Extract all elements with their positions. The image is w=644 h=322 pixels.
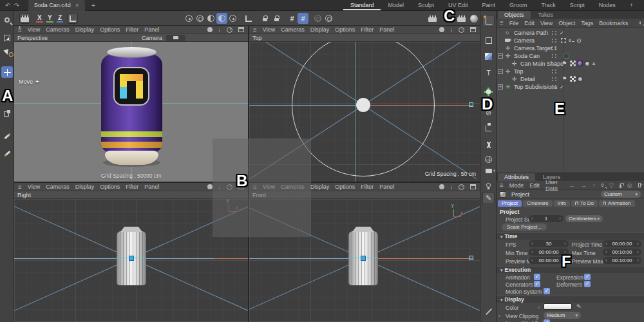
- menu-view[interactable]: View: [540, 20, 553, 26]
- axis-lock-icon[interactable]: [482, 122, 495, 135]
- expression-checkbox[interactable]: ✓: [584, 274, 591, 280]
- maximize-icon[interactable]: [470, 27, 476, 32]
- menu-panel[interactable]: Panel: [144, 26, 159, 33]
- tab-nodes[interactable]: Nodes: [592, 0, 623, 10]
- render-settings-icon[interactable]: [456, 13, 467, 24]
- can-wireframe[interactable]: [117, 231, 146, 285]
- project-scale-field[interactable]: ‹1›: [529, 215, 564, 222]
- zoom-tool-icon[interactable]: [1, 14, 13, 26]
- menu-view[interactable]: View: [28, 184, 40, 190]
- section-display[interactable]: ▾Display: [497, 296, 644, 303]
- shading-icon[interactable]: [439, 184, 444, 189]
- expand-arrow-icon[interactable]: ›: [538, 305, 540, 310]
- color-swatch[interactable]: [544, 303, 572, 310]
- can-top-profile[interactable]: [356, 98, 370, 112]
- uv-tag-icon[interactable]: [570, 61, 576, 66]
- subtab-animation[interactable]: Animation: [599, 200, 635, 207]
- shading-icon[interactable]: [439, 27, 444, 32]
- shading-icon[interactable]: [207, 27, 213, 32]
- selection-handle[interactable]: [469, 102, 473, 107]
- menu-edit[interactable]: Edit: [529, 182, 540, 189]
- search-icon[interactable]: [601, 184, 603, 187]
- subtab-info[interactable]: Info: [554, 200, 570, 207]
- menu-panel[interactable]: Panel: [379, 184, 394, 190]
- menu-panel[interactable]: Panel: [144, 184, 159, 190]
- subtab-todo[interactable]: To Do: [571, 200, 598, 207]
- fps-field[interactable]: ‹30›: [529, 240, 569, 247]
- enabled-check-icon[interactable]: ✓: [560, 84, 564, 90]
- tab-attributes[interactable]: Attributes: [498, 173, 535, 181]
- pencil-edit-icon[interactable]: ✎: [482, 192, 495, 204]
- motext-icon[interactable]: T: [482, 66, 495, 79]
- target-tag-icon[interactable]: ⊙: [576, 37, 582, 44]
- motion-system-checkbox[interactable]: ✓: [544, 288, 550, 294]
- menu-display[interactable]: Display: [310, 184, 330, 190]
- camera-object-icon[interactable]: [482, 165, 495, 177]
- material-tag-icon[interactable]: [577, 61, 583, 66]
- key-icon[interactable]: [569, 39, 571, 42]
- menu-view[interactable]: View: [263, 26, 275, 33]
- texture-tag-icon[interactable]: [584, 61, 590, 66]
- flag-tag-icon[interactable]: ⚑: [562, 61, 568, 66]
- selection-center[interactable]: [129, 256, 134, 261]
- tree-row-camera-target[interactable]: ✛ Camera.Target.1: [497, 44, 644, 52]
- close-icon[interactable]: ×: [75, 2, 79, 9]
- scale-project-button[interactable]: Scale Project...: [502, 223, 547, 231]
- back-icon[interactable]: ←: [569, 182, 575, 189]
- collapse-icon[interactable]: −: [498, 53, 503, 59]
- search-icon[interactable]: [639, 21, 641, 24]
- snap-enable-icon[interactable]: [216, 13, 227, 24]
- view-clipping-dropdown[interactable]: Medium▾: [544, 312, 581, 319]
- pan-icon[interactable]: ↓: [450, 184, 453, 190]
- clock-icon[interactable]: [459, 27, 464, 33]
- pan-icon[interactable]: ↓: [450, 26, 453, 33]
- menu-object[interactable]: Object: [558, 20, 575, 26]
- target-icon[interactable]: ◎: [627, 182, 632, 189]
- selection-tool-icon[interactable]: [1, 48, 13, 59]
- can-wireframe[interactable]: [348, 231, 378, 285]
- clock-icon[interactable]: [227, 27, 232, 33]
- project-time-field[interactable]: ‹00:00:00›: [603, 240, 641, 247]
- menu-display[interactable]: Display: [75, 184, 95, 190]
- maximize-icon[interactable]: [470, 184, 476, 189]
- snap-radius-icon[interactable]: [312, 13, 323, 24]
- tree-row-detail[interactable]: ✛ Detail ⚑: [497, 75, 644, 83]
- tree-row-top-subdivisions[interactable]: + ✳ Top Subdivisions ✓: [497, 83, 644, 91]
- environment-icon[interactable]: [482, 153, 495, 166]
- tree-row-soda-can[interactable]: − ✛ Soda Can: [497, 52, 644, 60]
- tab-objects[interactable]: Objects: [498, 11, 531, 19]
- lock-workplane-icon[interactable]: [260, 13, 270, 24]
- animation-checkbox[interactable]: ✓: [534, 274, 540, 280]
- preview-max-field[interactable]: ‹00:10:00›: [603, 257, 641, 264]
- cube-primitive-icon[interactable]: [482, 50, 495, 62]
- tree-row-camera[interactable]: Camera ⊙: [497, 37, 644, 44]
- soda-can-model[interactable]: [101, 44, 162, 166]
- phong-tag-icon[interactable]: ▲: [591, 61, 597, 66]
- menu-options[interactable]: Options: [335, 184, 355, 190]
- live-selection-icon[interactable]: [1, 32, 13, 44]
- menu-view[interactable]: View: [28, 26, 40, 33]
- lock-icon[interactable]: [620, 185, 621, 188]
- tree-row-camera-path[interactable]: ○ Camera Path ✓: [497, 29, 644, 37]
- snap-ring-icon[interactable]: [194, 13, 205, 24]
- expand-arrow-icon[interactable]: ›: [498, 313, 500, 319]
- package-icon[interactable]: [19, 13, 30, 24]
- planar-workplane-icon[interactable]: [271, 13, 282, 24]
- menu-cameras[interactable]: Cameras: [281, 26, 305, 33]
- axis-y-toggle[interactable]: Y: [46, 14, 53, 23]
- add-layout-icon[interactable]: +: [623, 0, 640, 10]
- subtab-cineware[interactable]: Cineware: [523, 200, 553, 207]
- selection-center[interactable]: [361, 256, 366, 261]
- new-document-icon[interactable]: +: [91, 1, 95, 9]
- tab-track[interactable]: Track: [535, 0, 563, 10]
- maximize-icon[interactable]: [238, 27, 244, 32]
- scale-tool-icon[interactable]: [1, 108, 13, 119]
- hamburger-icon[interactable]: ≡: [253, 26, 257, 33]
- tab-sculpt[interactable]: Sculpt: [411, 0, 441, 10]
- tab-groom[interactable]: Groom: [502, 0, 535, 10]
- pan-icon[interactable]: ↓: [218, 26, 222, 33]
- document-tab[interactable]: Soda Can.c4d ×: [28, 0, 85, 11]
- tab-model[interactable]: Model: [381, 0, 411, 10]
- coordinate-system-icon[interactable]: [67, 13, 78, 24]
- menu-edit[interactable]: Edit: [524, 20, 535, 26]
